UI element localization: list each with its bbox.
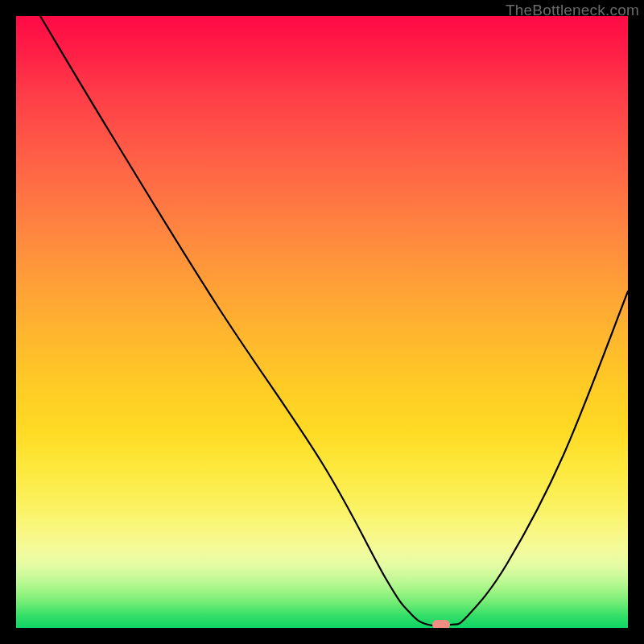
chart-frame: TheBottleneck.com (0, 0, 644, 644)
watermark-text: TheBottleneck.com (506, 2, 639, 19)
plot-area (16, 16, 628, 628)
optimal-point-marker (432, 620, 450, 628)
bottleneck-curve (16, 16, 628, 628)
